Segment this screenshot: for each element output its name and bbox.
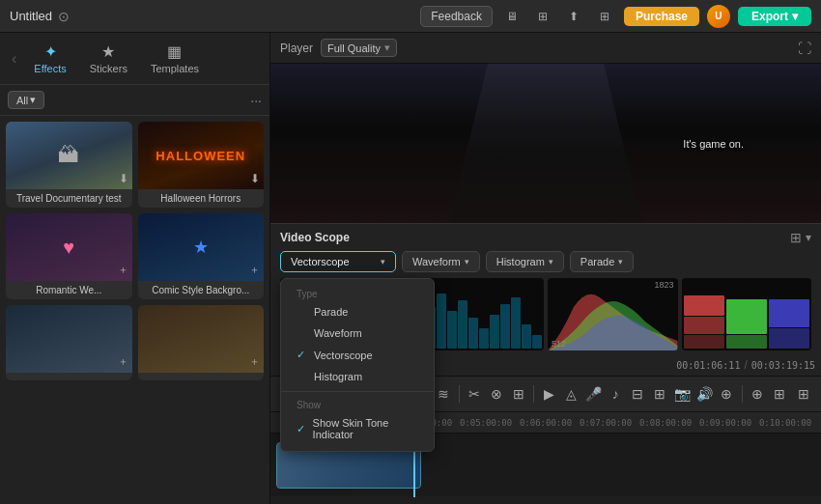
card-thumbnail: HALLOWEEN ⬇ bbox=[138, 122, 265, 189]
dropdown-item-waveform[interactable]: Waveform bbox=[281, 322, 434, 344]
ruler-mark: 0:06:00:00 bbox=[516, 418, 576, 428]
nav-tabs: ‹ ✦ Effects ★ Stickers ▦ Templates bbox=[0, 33, 269, 85]
title-dot: ⊙ bbox=[58, 9, 70, 24]
wf-bar bbox=[522, 324, 531, 349]
vectorscope-label: Vectorscope bbox=[291, 256, 350, 267]
list-item[interactable]: ＋ bbox=[6, 305, 132, 380]
scope-grid-icon[interactable]: ⊞ bbox=[790, 230, 802, 245]
volume-button[interactable]: 🔊 bbox=[694, 380, 715, 407]
upload-icon[interactable]: ⬆ bbox=[562, 5, 585, 28]
tag-button[interactable]: ⊞ bbox=[650, 380, 670, 407]
tab-stickers[interactable]: ★ Stickers bbox=[80, 39, 137, 78]
panel-more-button[interactable]: ··· bbox=[250, 93, 262, 108]
feedback-button[interactable]: Feedback bbox=[420, 6, 493, 27]
filter-all-button[interactable]: All ▾ bbox=[8, 91, 44, 109]
dropdown-item-histogram[interactable]: Histogram bbox=[281, 366, 434, 387]
dropdown-item-parade[interactable]: Parade bbox=[281, 301, 434, 322]
list-item[interactable]: ♥ ＋ Romantic We... bbox=[6, 213, 132, 299]
list-item[interactable]: ＋ bbox=[138, 305, 265, 380]
checkmark-icon: ✓ bbox=[297, 423, 307, 435]
histogram-dropdown[interactable]: Histogram ▾ bbox=[486, 251, 564, 272]
video-scope-section: Video Scope ⊞ ▾ Vectorscope ▾ Type bbox=[270, 223, 821, 356]
wf-bar bbox=[468, 318, 478, 349]
card-label bbox=[138, 373, 265, 380]
tab-templates[interactable]: ▦ Templates bbox=[141, 39, 209, 78]
monitor-icon[interactable]: 🖥 bbox=[500, 5, 524, 28]
toolbar-separator bbox=[459, 385, 460, 403]
quality-label: Full Quality bbox=[327, 42, 381, 54]
dropdown-item-skin-tone[interactable]: ✓ Show Skin Tone Indicator bbox=[281, 412, 434, 445]
extract-button[interactable]: ⊗ bbox=[486, 380, 506, 407]
toolbar-separator bbox=[742, 385, 743, 403]
ruler-mark: 0:07:00:00 bbox=[576, 418, 636, 428]
templates-icon: ▦ bbox=[167, 42, 182, 61]
right-panel: Player Full Quality ▾ ⛶ It's game on. Vi… bbox=[270, 33, 821, 504]
export-button[interactable]: Export ▾ bbox=[738, 7, 811, 26]
card-thumbnail: ★ ＋ bbox=[138, 213, 265, 281]
toolbar-separator bbox=[533, 385, 534, 403]
nav-back[interactable]: ‹ bbox=[8, 46, 20, 71]
camera-button[interactable]: 📷 bbox=[672, 380, 693, 407]
ruler-mark: 0:05:00:00 bbox=[456, 418, 516, 428]
vectorscope-dropdown-wrap: Vectorscope ▾ Type Parade Waveform bbox=[280, 251, 396, 272]
panel-toolbar: All ▾ ··· bbox=[0, 85, 269, 116]
chevron-down-icon: ▾ bbox=[384, 42, 390, 54]
heart-icon: ♥ bbox=[63, 237, 74, 259]
vectorscope-dropdown[interactable]: Vectorscope ▾ bbox=[280, 251, 396, 272]
tab-effects[interactable]: ✦ Effects bbox=[24, 39, 75, 78]
scope-expand-icon[interactable]: ▾ bbox=[806, 231, 811, 244]
fullscreen-icon[interactable]: ⛶ bbox=[798, 41, 811, 56]
card-label: Comic Style Backgro... bbox=[138, 281, 265, 299]
video-canvas: It's game on. bbox=[270, 64, 821, 223]
histogram-content: 1823 512 bbox=[548, 278, 678, 350]
waveform-button[interactable]: ≋ bbox=[434, 380, 454, 407]
wf-bar bbox=[479, 328, 489, 349]
histogram-panel: 1823 512 bbox=[548, 278, 678, 350]
show-section-label: Show bbox=[281, 396, 434, 412]
card-label: Halloween Horrors bbox=[138, 189, 265, 208]
parade-dropdown[interactable]: Parade ▾ bbox=[570, 251, 634, 272]
stickers-icon: ★ bbox=[101, 42, 115, 61]
add-icon: ＋ bbox=[118, 263, 128, 277]
type-section-label: Type bbox=[281, 285, 434, 301]
mute-button[interactable]: ◬ bbox=[561, 380, 581, 407]
list-item[interactable]: ★ ＋ Comic Style Backgro... bbox=[138, 213, 265, 299]
timecode-separator: / bbox=[744, 358, 747, 372]
card-thumbnail: ♥ ＋ bbox=[6, 213, 132, 281]
chevron-down-icon: ▾ bbox=[549, 257, 553, 266]
layout-icon[interactable]: ⊞ bbox=[531, 5, 554, 28]
dropdown-menu: Type Parade Waveform ✓ Vectorscope bbox=[280, 278, 435, 452]
zoom-plus-button[interactable]: ⊕ bbox=[747, 380, 767, 407]
download-icon: ⬇ bbox=[119, 172, 128, 185]
chevron-down-icon: ▾ bbox=[618, 257, 623, 266]
quality-select[interactable]: Full Quality ▾ bbox=[321, 39, 397, 57]
add-icon: ＋ bbox=[118, 354, 128, 369]
wf-bar bbox=[447, 311, 457, 349]
grid-icon[interactable]: ⊞ bbox=[593, 5, 616, 28]
avatar[interactable]: U bbox=[707, 5, 730, 28]
app-title: Untitled bbox=[10, 9, 52, 23]
list-item[interactable]: HALLOWEEN ⬇ Halloween Horrors bbox=[138, 122, 265, 208]
crop-button[interactable]: ⊞ bbox=[508, 380, 528, 407]
parade-blue bbox=[769, 280, 809, 349]
subtitle-button[interactable]: ⊟ bbox=[628, 380, 648, 407]
key-button[interactable]: ⊕ bbox=[717, 380, 737, 407]
speed-button[interactable]: ⊞ bbox=[769, 380, 789, 407]
purchase-button[interactable]: Purchase bbox=[624, 7, 699, 26]
dropdown-item-vectorscope[interactable]: ✓ Vectorscope bbox=[281, 344, 434, 366]
check-icon bbox=[297, 306, 308, 318]
checkmark-icon: ✓ bbox=[297, 349, 308, 361]
cut-button[interactable]: ✂ bbox=[464, 380, 484, 407]
player-header: Player Full Quality ▾ ⛶ bbox=[270, 33, 821, 64]
card-label: Romantic We... bbox=[6, 281, 132, 299]
layout-button[interactable]: ⊞ bbox=[793, 380, 813, 407]
timecode-total: 00:03:19:15 bbox=[751, 360, 815, 371]
waveform-dropdown[interactable]: Waveform ▾ bbox=[402, 251, 480, 272]
check-icon bbox=[297, 371, 308, 382]
mic-button[interactable]: 🎤 bbox=[583, 380, 604, 407]
play-button[interactable]: ▶ bbox=[539, 380, 559, 407]
list-item[interactable]: 🏔 ⬇ Travel Documentary test bbox=[6, 122, 132, 208]
scope-header-right: ⊞ ▾ bbox=[790, 230, 811, 245]
music-button[interactable]: ♪ bbox=[606, 380, 626, 407]
card-thumbnail: 🏔 ⬇ bbox=[6, 122, 132, 189]
